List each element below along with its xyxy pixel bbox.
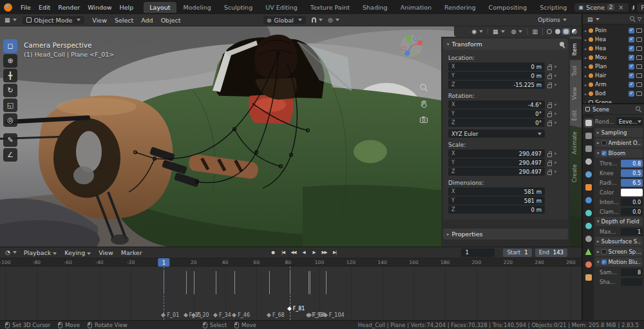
scale-y-field[interactable]: Y290.497	[448, 158, 545, 167]
expand-icon[interactable]: ▸	[585, 37, 587, 42]
expand-icon[interactable]: ▸	[585, 55, 587, 60]
location-x-field[interactable]: X0 m	[448, 62, 545, 71]
gizmos-toggle[interactable]: ▦	[491, 28, 507, 35]
timeline-marker[interactable]: F_01	[162, 312, 179, 318]
properties-subpanel-header[interactable]: ▸ Properties	[443, 229, 568, 240]
lock-icon[interactable]	[547, 84, 552, 88]
property-field[interactable]: 8	[621, 268, 643, 276]
orientation-selector[interactable]: ◍ Global	[263, 16, 306, 24]
color-swatch[interactable]	[621, 189, 643, 196]
properties-tab-object-data[interactable]	[585, 249, 592, 255]
panel-checkbox[interactable]: ✓	[601, 259, 607, 265]
move-tool[interactable]: ╋	[3, 69, 17, 82]
view-layer-selector[interactable]: Foreground	[637, 3, 644, 12]
checkbox-icon[interactable]: ✓	[629, 46, 634, 52]
menu-object[interactable]: Object	[157, 16, 185, 24]
rotation-z-field[interactable]: Z0°	[448, 118, 545, 127]
menu-playback[interactable]: Playback	[20, 248, 61, 258]
timeline-marker[interactable]: F_20	[192, 312, 209, 318]
timeline-track-area[interactable]: F_01F_15F_20F_34F_46F_68F_81F_93F_94F_10…	[0, 267, 582, 320]
disable-in-viewport-icon[interactable]	[636, 73, 642, 78]
dimensions-x-field[interactable]: X581 m	[448, 187, 545, 196]
disable-in-viewport-icon[interactable]	[636, 28, 642, 33]
checkbox-icon[interactable]: ✓	[629, 73, 634, 79]
panel-header-bloom[interactable]: ▾✓Bloom	[595, 149, 643, 158]
render-engine-dropdown[interactable]: Eeve...	[616, 117, 643, 126]
outliner-item[interactable]: ▸Hair✓	[583, 71, 644, 80]
rotation-x-field[interactable]: X-4.6°	[448, 100, 545, 109]
property-field[interactable]: 0.5	[621, 169, 643, 177]
checkbox-icon[interactable]: ✓	[629, 55, 634, 61]
sidebar-tab-edit[interactable]: Edit	[570, 106, 582, 125]
scale-tool[interactable]: ◱	[3, 99, 17, 112]
search-icon[interactable]	[636, 106, 641, 112]
lock-icon[interactable]	[547, 113, 552, 117]
disable-in-viewport-icon[interactable]	[636, 37, 642, 42]
outliner-item[interactable]: ▸Bod✓	[583, 89, 644, 98]
navigation-gizmo[interactable]	[400, 34, 423, 59]
previous-keyframe-button[interactable]: ◀◀	[289, 248, 298, 257]
workspace-tab-animation[interactable]: Animation	[395, 2, 437, 13]
menu-window[interactable]: Window	[84, 3, 115, 12]
expand-icon[interactable]: ▸	[585, 100, 587, 104]
sidebar-tab-create[interactable]: Create	[570, 160, 582, 187]
snap-toggle[interactable]	[310, 17, 325, 23]
frame-start-field[interactable]: Start1	[503, 249, 531, 257]
property-field[interactable]: 1	[621, 228, 643, 236]
expand-icon[interactable]: ▸	[585, 91, 587, 96]
menu-file[interactable]: File	[17, 3, 35, 12]
dimensions-y-field[interactable]: Y581 m	[448, 196, 545, 205]
shading-rendered-button[interactable]	[571, 28, 578, 35]
jump-to-end-button[interactable]: ▶|	[330, 248, 339, 257]
location-y-field[interactable]: Y0 m	[448, 71, 545, 80]
menu-add[interactable]: Add	[137, 16, 156, 24]
lock-icon[interactable]	[547, 104, 552, 108]
properties-tab-texture[interactable]	[585, 274, 592, 281]
shading-wireframe-button[interactable]	[545, 28, 553, 35]
lock-icon[interactable]	[547, 122, 552, 126]
workspace-tab-modeling[interactable]: Modeling	[178, 2, 217, 13]
panel-header-screen-sp[interactable]: ▸Screen Sp...	[595, 247, 643, 256]
menu-render[interactable]: Render	[54, 3, 84, 12]
timeline-marker[interactable]: F_81	[288, 306, 305, 312]
disable-in-viewport-icon[interactable]	[636, 55, 642, 60]
properties-tab-view-layer[interactable]	[585, 146, 592, 152]
menu-view[interactable]: View	[95, 248, 117, 258]
auto-keyframe-button[interactable]: ●	[268, 248, 278, 257]
menu-help[interactable]: Help	[116, 3, 138, 12]
property-field[interactable]: 0.8	[621, 160, 643, 167]
panel-checkbox[interactable]	[601, 249, 607, 254]
workspace-tab-compositing[interactable]: Compositing	[483, 2, 533, 13]
camera-view-icon[interactable]	[419, 115, 428, 126]
outliner-item[interactable]: ▸Hea✓	[583, 44, 644, 53]
rotation-mode-dropdown[interactable]: XYZ Euler	[448, 129, 545, 138]
dimensions-z-field[interactable]: Z0 m	[448, 205, 545, 214]
expand-icon[interactable]: ▸	[585, 82, 587, 87]
pan-hand-icon[interactable]	[419, 99, 428, 109]
lock-icon[interactable]	[547, 75, 552, 79]
properties-tab-render[interactable]	[585, 120, 592, 126]
scene-users-badge[interactable]: 2	[607, 5, 614, 10]
properties-tab-object[interactable]	[585, 184, 592, 191]
disable-in-viewport-icon[interactable]	[636, 64, 642, 69]
menu-edit[interactable]: Edit	[35, 3, 54, 12]
scale-x-field[interactable]: X290.497	[448, 149, 545, 158]
disable-in-viewport-icon[interactable]	[636, 91, 642, 96]
zoom-icon[interactable]	[419, 83, 428, 93]
expand-icon[interactable]: ▸	[585, 28, 587, 33]
timeline-marker[interactable]: F_104	[324, 312, 345, 318]
overlays-toggle[interactable]: ◍	[509, 28, 525, 35]
timeline-marker[interactable]: F_46	[232, 312, 250, 318]
menu-marker[interactable]: Marker	[117, 248, 146, 258]
expand-icon[interactable]: ▸	[585, 64, 587, 69]
menu-view[interactable]: View	[88, 16, 111, 24]
rotation-y-field[interactable]: Y0°	[448, 109, 545, 118]
workspace-tab-texture-paint[interactable]: Texture Paint	[305, 2, 355, 13]
lock-icon[interactable]	[547, 153, 552, 157]
shading-material-preview-button[interactable]	[562, 28, 570, 35]
frame-end-field[interactable]: End143	[535, 249, 567, 257]
lock-icon[interactable]	[547, 66, 552, 70]
proportional-editing-toggle[interactable]: ◎	[326, 16, 341, 24]
timeline-ruler[interactable]: -100-80-60-40-20204060801001201401601802…	[0, 258, 582, 267]
scene-selector[interactable]: ▣ Scene 2 ×	[574, 3, 629, 12]
